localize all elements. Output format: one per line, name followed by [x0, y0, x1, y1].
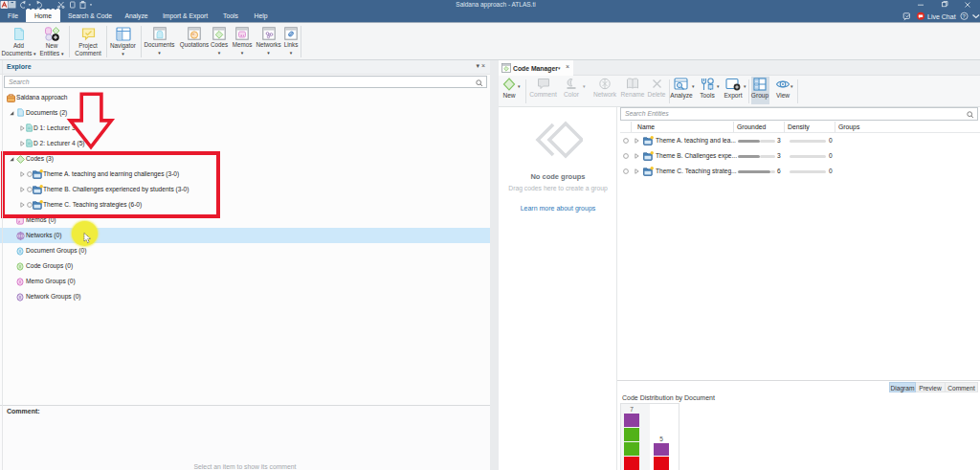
svg-text:Live Chat: Live Chat: [927, 12, 956, 19]
svg-text:”: ”: [191, 32, 194, 38]
svg-text:?: ?: [962, 13, 966, 19]
